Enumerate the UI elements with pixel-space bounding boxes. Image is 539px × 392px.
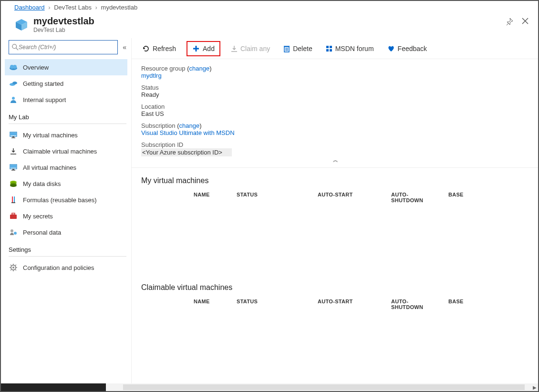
- svg-rect-44: [326, 49, 329, 52]
- page-subtitle: DevTest Lab: [33, 27, 94, 33]
- cloud-icon: [9, 62, 18, 72]
- delete-button[interactable]: Delete: [280, 43, 315, 54]
- my-vms-section: My virtual machines NAME STATUS AUTO-STA…: [132, 168, 538, 275]
- svg-rect-29: [12, 213, 15, 215]
- change-resource-group-link[interactable]: change: [189, 65, 209, 72]
- pin-icon[interactable]: [506, 18, 513, 27]
- column-header-name[interactable]: NAME: [194, 299, 237, 310]
- briefcase-icon: [9, 211, 18, 221]
- section-label-mylab: My Lab: [9, 113, 126, 121]
- sidebar-item-label: Personal data: [23, 229, 61, 236]
- column-header-name[interactable]: NAME: [194, 192, 237, 203]
- location-value: East US: [141, 110, 164, 117]
- essentials-panel: Resource group (change) mydtlrg Status R…: [132, 59, 538, 168]
- svg-rect-42: [326, 46, 329, 48]
- devtest-lab-icon: [14, 18, 29, 32]
- monitor-icon: [9, 130, 18, 140]
- close-icon[interactable]: [522, 18, 529, 27]
- subscription-id-label: Subscription ID: [141, 141, 183, 148]
- refresh-icon: [142, 45, 150, 52]
- sidebar-item-getting-started[interactable]: Getting started: [5, 75, 127, 92]
- svg-point-12: [12, 97, 15, 100]
- svg-rect-26: [14, 196, 15, 202]
- divider: [9, 124, 126, 124]
- sidebar-item-label: My virtual machines: [23, 132, 78, 139]
- main-content: Refresh Add Claim any Delete MSDN forum …: [132, 38, 538, 391]
- toolbar: Refresh Add Claim any Delete MSDN forum …: [132, 38, 538, 59]
- svg-point-30: [10, 229, 13, 232]
- heart-icon: [387, 45, 395, 52]
- collapse-sidebar-icon[interactable]: «: [123, 43, 126, 51]
- sidebar-item-label: Configuration and policies: [23, 264, 94, 271]
- gear-icon: [9, 263, 18, 272]
- disks-icon: [9, 179, 18, 188]
- sidebar-item-label: Internal support: [23, 96, 66, 103]
- sidebar-item-label: My secrets: [23, 213, 53, 220]
- sidebar-item-config-policies[interactable]: Configuration and policies: [5, 259, 127, 276]
- svg-line-6: [16, 48, 18, 50]
- svg-point-31: [14, 232, 17, 235]
- column-header-base[interactable]: BASE: [448, 192, 487, 203]
- sidebar: « Overview Getting started Internal supp…: [1, 38, 132, 391]
- sidebar-item-label: Getting started: [23, 80, 63, 87]
- column-header-base[interactable]: BASE: [448, 299, 487, 310]
- change-subscription-link[interactable]: change: [179, 122, 200, 129]
- sidebar-item-overview[interactable]: Overview: [5, 59, 127, 75]
- sidebar-item-my-secrets[interactable]: My secrets: [5, 208, 127, 224]
- sidebar-item-my-vms[interactable]: My virtual machines: [5, 127, 127, 143]
- sidebar-item-personal-data[interactable]: Personal data: [5, 224, 127, 240]
- button-label: Refresh: [153, 45, 176, 52]
- column-header-status[interactable]: STATUS: [237, 192, 318, 203]
- page-title: mydevtestlab: [33, 16, 94, 27]
- resource-group-value[interactable]: mydtlrg: [141, 72, 162, 79]
- search-input-wrap[interactable]: [9, 40, 118, 54]
- scroll-right-icon[interactable]: ▶: [531, 385, 538, 390]
- collapse-essentials-icon[interactable]: ︽: [141, 156, 529, 164]
- refresh-button[interactable]: Refresh: [139, 43, 179, 54]
- trash-icon: [283, 45, 290, 52]
- section-title-my-vms: My virtual machines: [141, 176, 529, 185]
- sidebar-item-label: Overview: [23, 64, 49, 71]
- button-label: Claim any: [240, 45, 270, 52]
- sidebar-item-formulas[interactable]: Formulas (reusable bases): [5, 192, 127, 208]
- search-input[interactable]: [19, 44, 114, 51]
- breadcrumb-devtestlabs[interactable]: DevTest Labs: [54, 4, 92, 11]
- resource-group-label: Resource group: [141, 65, 186, 72]
- column-header-auto-start[interactable]: AUTO-START: [318, 192, 365, 203]
- sidebar-item-label: My data disks: [23, 180, 61, 187]
- svg-rect-45: [330, 49, 332, 52]
- horizontal-scrollbar[interactable]: ▶: [1, 383, 538, 391]
- clouds-icon: [9, 79, 18, 88]
- svg-point-11: [12, 82, 17, 84]
- column-header-status[interactable]: STATUS: [237, 299, 318, 310]
- table-header-row: NAME STATUS AUTO-START AUTO-SHUTDOWN BAS…: [141, 299, 529, 310]
- search-icon: [12, 44, 19, 51]
- status-label: Status: [141, 84, 159, 91]
- chevron-right-icon: ›: [48, 4, 50, 11]
- subscription-label: Subscription: [141, 122, 176, 129]
- column-header-auto-shutdown[interactable]: AUTO-SHUTDOWN: [391, 192, 448, 203]
- svg-point-33: [12, 267, 14, 268]
- feedback-button[interactable]: Feedback: [384, 43, 430, 54]
- table-header-row: NAME STATUS AUTO-START AUTO-SHUTDOWN BAS…: [141, 192, 529, 203]
- scrollbar-thumb[interactable]: [123, 384, 525, 390]
- button-label: MSDN forum: [335, 45, 374, 52]
- sidebar-item-claimable-vms[interactable]: Claimable virtual machines: [5, 143, 127, 159]
- svg-point-24: [10, 184, 17, 187]
- sidebar-item-label: All virtual machines: [23, 164, 76, 171]
- breadcrumb-dashboard[interactable]: Dashboard: [14, 4, 45, 11]
- column-header-auto-start[interactable]: AUTO-START: [318, 299, 365, 310]
- add-button[interactable]: Add: [187, 41, 220, 56]
- svg-rect-28: [10, 215, 17, 219]
- svg-point-9: [13, 65, 17, 69]
- sidebar-item-data-disks[interactable]: My data disks: [5, 175, 127, 192]
- column-header-auto-shutdown[interactable]: AUTO-SHUTDOWN: [391, 299, 448, 310]
- sidebar-item-all-vms[interactable]: All virtual machines: [5, 159, 127, 175]
- sidebar-item-internal-support[interactable]: Internal support: [5, 92, 127, 108]
- svg-rect-27: [11, 202, 15, 203]
- msdn-forum-button[interactable]: MSDN forum: [323, 43, 377, 54]
- button-label: Delete: [293, 45, 312, 52]
- subscription-value[interactable]: Visual Studio Ultimate with MSDN: [141, 129, 235, 136]
- svg-point-5: [12, 44, 17, 49]
- location-label: Location: [141, 103, 165, 110]
